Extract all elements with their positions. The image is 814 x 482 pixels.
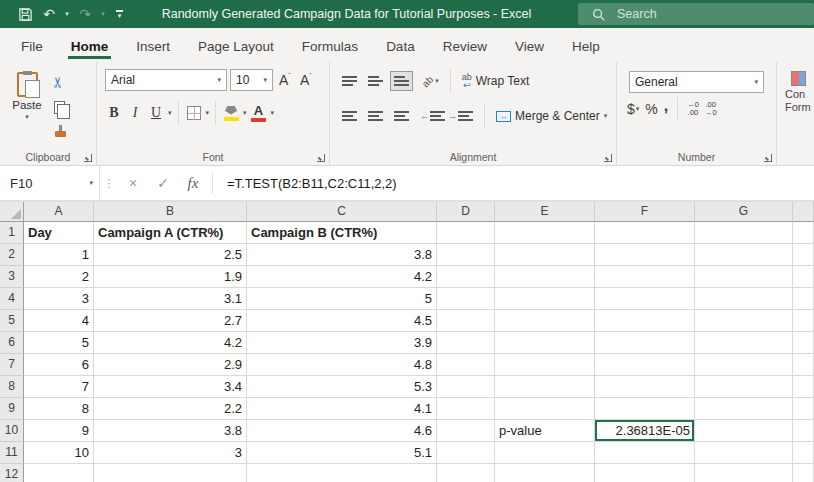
merge-center-button[interactable]: ↔ Merge & Center ▾ xyxy=(496,105,607,127)
cell-E6[interactable] xyxy=(495,332,595,354)
cell-B7[interactable]: 2.9 xyxy=(94,354,247,376)
cell-D2[interactable] xyxy=(437,244,495,266)
cell-H3[interactable] xyxy=(793,266,814,288)
conditional-formatting-button[interactable]: Con Form xyxy=(779,88,814,114)
cell-A7[interactable]: 6 xyxy=(24,354,94,376)
cell-G2[interactable] xyxy=(695,244,793,266)
increase-indent-button[interactable]: → xyxy=(448,110,473,122)
column-header-D[interactable]: D xyxy=(437,202,495,222)
cell-C6[interactable]: 3.9 xyxy=(247,332,437,354)
cell-C10[interactable]: 4.6 xyxy=(247,420,437,442)
select-all-corner[interactable] xyxy=(0,202,24,222)
cell-G12[interactable] xyxy=(695,464,793,482)
row-header-11[interactable]: 11 xyxy=(0,442,24,464)
font-name-select[interactable]: Arial▾ xyxy=(105,69,227,91)
cell-F10[interactable]: 2.36813E-05 xyxy=(595,420,695,442)
redo-caret-icon[interactable]: ▾ xyxy=(98,10,108,18)
middle-align-button[interactable] xyxy=(364,71,387,91)
cell-F4[interactable] xyxy=(595,288,695,310)
borders-button[interactable] xyxy=(185,102,203,124)
cell-F1[interactable] xyxy=(595,222,695,244)
cell-B1[interactable]: Campaign A (CTR%) xyxy=(94,222,247,244)
cell-H4[interactable] xyxy=(793,288,814,310)
underline-caret-icon[interactable]: ▾ xyxy=(168,109,172,117)
cell-G1[interactable] xyxy=(695,222,793,244)
cell-D3[interactable] xyxy=(437,266,495,288)
cell-A9[interactable]: 8 xyxy=(24,398,94,420)
cell-C8[interactable]: 5.3 xyxy=(247,376,437,398)
tab-help[interactable]: Help xyxy=(559,31,613,60)
cell-B12[interactable] xyxy=(94,464,247,482)
search-box[interactable] xyxy=(578,3,814,25)
row-header-2[interactable]: 2 xyxy=(0,244,24,266)
cell-G3[interactable] xyxy=(695,266,793,288)
formula-bar-grip-icon[interactable]: ⋮ xyxy=(100,166,118,200)
cell-E8[interactable] xyxy=(495,376,595,398)
cell-F12[interactable] xyxy=(595,464,695,482)
comma-style-button[interactable]: , xyxy=(664,101,668,111)
tab-insert[interactable]: Insert xyxy=(123,31,183,60)
cell-F9[interactable] xyxy=(595,398,695,420)
decrease-indent-button[interactable]: ← xyxy=(420,110,445,122)
tab-review[interactable]: Review xyxy=(430,31,500,60)
cell-B4[interactable]: 3.1 xyxy=(94,288,247,310)
redo-button[interactable]: ↷ xyxy=(74,3,96,25)
row-header-7[interactable]: 7 xyxy=(0,354,24,376)
wrap-text-button[interactable]: ab↩ Wrap Text xyxy=(462,70,530,92)
cell-H8[interactable] xyxy=(793,376,814,398)
column-header-partial[interactable] xyxy=(793,202,814,222)
customize-qat-button[interactable]: ▾ xyxy=(116,10,123,18)
cell-E5[interactable] xyxy=(495,310,595,332)
cell-A4[interactable]: 3 xyxy=(24,288,94,310)
cell-B10[interactable]: 3.8 xyxy=(94,420,247,442)
font-color-caret-icon[interactable]: ▾ xyxy=(271,109,275,117)
column-header-C[interactable]: C xyxy=(247,202,437,222)
cell-H11[interactable] xyxy=(793,442,814,464)
borders-caret-icon[interactable]: ▾ xyxy=(206,109,210,117)
cell-G11[interactable] xyxy=(695,442,793,464)
bottom-align-button[interactable] xyxy=(390,71,413,91)
cell-C2[interactable]: 3.8 xyxy=(247,244,437,266)
cell-D9[interactable] xyxy=(437,398,495,420)
cell-D7[interactable] xyxy=(437,354,495,376)
column-header-B[interactable]: B xyxy=(94,202,247,222)
cell-A2[interactable]: 1 xyxy=(24,244,94,266)
paste-button[interactable]: Paste ▾ xyxy=(6,69,48,143)
cell-D12[interactable] xyxy=(437,464,495,482)
cell-C5[interactable]: 4.5 xyxy=(247,310,437,332)
align-left-button[interactable] xyxy=(338,106,361,126)
cell-F6[interactable] xyxy=(595,332,695,354)
cell-H9[interactable] xyxy=(793,398,814,420)
copy-button[interactable]: ▾ xyxy=(52,96,71,118)
name-box[interactable]: F10 ▾ xyxy=(0,166,100,200)
row-header-4[interactable]: 4 xyxy=(0,288,24,310)
insert-function-button[interactable]: fx xyxy=(178,166,208,200)
row-header-12[interactable]: 12 xyxy=(0,464,24,482)
clipboard-dialog-launcher[interactable] xyxy=(84,154,92,162)
cell-H10[interactable] xyxy=(793,420,814,442)
cell-B6[interactable]: 4.2 xyxy=(94,332,247,354)
name-box-caret-icon[interactable]: ▾ xyxy=(89,179,93,187)
cell-E11[interactable] xyxy=(495,442,595,464)
cell-G10[interactable] xyxy=(695,420,793,442)
cell-A6[interactable]: 5 xyxy=(24,332,94,354)
undo-button[interactable]: ↶ xyxy=(38,3,60,25)
tab-file[interactable]: File xyxy=(8,31,56,60)
cell-A12[interactable] xyxy=(24,464,94,482)
number-dialog-launcher[interactable] xyxy=(764,154,772,162)
cell-F11[interactable] xyxy=(595,442,695,464)
cell-B2[interactable]: 2.5 xyxy=(94,244,247,266)
cell-G5[interactable] xyxy=(695,310,793,332)
cell-C9[interactable]: 4.1 xyxy=(247,398,437,420)
cell-G6[interactable] xyxy=(695,332,793,354)
undo-caret-icon[interactable]: ▾ xyxy=(62,10,72,18)
cell-A10[interactable]: 9 xyxy=(24,420,94,442)
column-header-E[interactable]: E xyxy=(495,202,595,222)
percent-style-button[interactable]: % xyxy=(645,101,657,117)
fill-color-button[interactable] xyxy=(222,102,240,124)
cell-C11[interactable]: 5.1 xyxy=(247,442,437,464)
row-header-9[interactable]: 9 xyxy=(0,398,24,420)
increase-decimal-button[interactable]: ←0.00 xyxy=(687,101,699,117)
cancel-button[interactable]: × xyxy=(118,166,148,200)
cell-A3[interactable]: 2 xyxy=(24,266,94,288)
